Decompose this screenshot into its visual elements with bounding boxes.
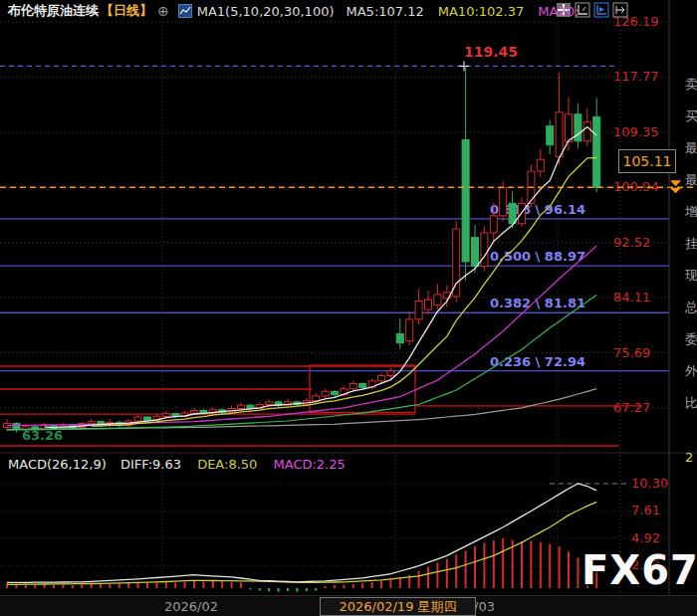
price-chart-svg[interactable]: 126.19117.77109.35100.9492.5284.1175.696… — [0, 0, 697, 616]
sidebar-quote-char: 外 — [685, 362, 697, 380]
period-label[interactable]: 【日线】 — [101, 2, 152, 20]
candle-body[interactable] — [509, 203, 516, 223]
price-axis-label: 75.69 — [613, 345, 650, 360]
candle-body[interactable] — [134, 417, 141, 421]
ma100-line — [7, 389, 596, 430]
ma20-value: MA20: — [538, 4, 579, 19]
candle-body[interactable] — [481, 233, 488, 267]
date-tooltip: 2026/02/19 星期四 — [320, 597, 476, 616]
sidebar-quote-char: 最 — [685, 139, 697, 157]
high-price-label: 119.45 — [464, 44, 518, 60]
candle-body[interactable] — [556, 112, 563, 157]
ma20-line — [7, 246, 596, 426]
candle-body[interactable] — [88, 422, 95, 424]
macd-axis-label: 10.30 — [631, 476, 668, 491]
candle-body[interactable] — [266, 402, 273, 405]
low-price-label: 63.26 — [22, 428, 63, 443]
sidebar-quote-char: 总 — [685, 299, 697, 316]
macd-axis-label: 4.92 — [631, 530, 660, 545]
ma10-value: MA10:102.37 — [438, 4, 525, 19]
macd-params: MACD(26,12,9) — [8, 457, 107, 472]
candle-body[interactable] — [462, 139, 469, 261]
time-label-feb: 2026/02 — [164, 599, 218, 614]
quote-sidebar: 卖买最最增挂现总委外比2 — [670, 0, 697, 616]
toolbar: 布伦特原油连续 【日线】 ⊕ MA1(5,10,20,30,100) MA5:1… — [0, 0, 697, 22]
sidebar-quote-char: 买 — [685, 107, 697, 125]
candle-body[interactable] — [322, 391, 329, 396]
price-axis-label: 109.35 — [613, 124, 659, 139]
dea-line — [7, 502, 596, 584]
sidebar-quote-char: 挂 — [685, 235, 697, 253]
ma10-line — [92, 158, 597, 427]
candle-body[interactable] — [349, 383, 356, 388]
candle-body[interactable] — [332, 391, 339, 394]
candle-body[interactable] — [453, 229, 460, 297]
candle-body[interactable] — [238, 405, 245, 408]
ma5-line — [45, 127, 597, 428]
candle-body[interactable] — [434, 295, 441, 306]
fib-label: 0.236 \ 72.94 — [490, 354, 585, 369]
macd-axis-label: 7.61 — [631, 503, 660, 517]
candle-body[interactable] — [378, 376, 385, 381]
candle-body[interactable] — [425, 300, 432, 309]
candle-body[interactable] — [144, 417, 151, 420]
macd-header: MACD(26,12,9) DIFF:9.63 DEA:8.50 MACD:2.… — [8, 457, 346, 472]
candle-body[interactable] — [191, 410, 198, 413]
macd-macd-value: MACD:2.25 — [274, 457, 346, 472]
sidebar-quote-char: 比 — [685, 394, 697, 412]
add-indicator-icon[interactable]: ⊕ — [157, 3, 169, 19]
macd-dea-value: DEA:8.50 — [197, 457, 257, 472]
candle-body[interactable] — [537, 159, 544, 171]
sidebar-quote-char: 最 — [685, 171, 697, 189]
candle-body[interactable] — [593, 116, 600, 187]
ma-legend-icon — [178, 4, 192, 18]
candle-body[interactable] — [406, 319, 413, 341]
symbol-title: 布伦特原油连续 — [8, 2, 99, 20]
sidebar-quote-char: 委 — [685, 330, 697, 348]
ma5-value: MA5:107.12 — [347, 4, 424, 19]
candle-body[interactable] — [415, 301, 422, 318]
ma-params-label: MA1(5,10,20,30,100) — [197, 4, 335, 19]
chart-app: 126.19117.77109.35100.9492.5284.1175.696… — [0, 0, 697, 616]
macd-diff-value: DIFF:9.63 — [120, 457, 181, 472]
price-axis-label: 84.11 — [613, 290, 650, 305]
time-axis: 2026/02 2026/03 2026/02/19 星期四 — [0, 595, 697, 616]
candle-body[interactable] — [13, 424, 20, 430]
candle-body[interactable] — [162, 414, 169, 417]
candle-body[interactable] — [490, 216, 497, 233]
candle-body[interactable] — [387, 371, 394, 376]
candle-body[interactable] — [566, 114, 573, 142]
price-axis-label: 92.52 — [613, 235, 650, 250]
candle-body[interactable] — [396, 333, 403, 342]
sidebar-quote-char: 现 — [685, 267, 697, 285]
last-price-box: 105.11 — [618, 149, 676, 173]
diff-line — [7, 484, 596, 583]
sidebar-quote-char: 卖 — [685, 76, 697, 94]
candle-body[interactable] — [359, 383, 366, 387]
candle-body[interactable] — [583, 122, 590, 141]
sidebar-quote-value: 2 — [685, 450, 693, 465]
candle-body[interactable] — [575, 114, 581, 141]
candle-body[interactable] — [547, 126, 554, 145]
candle-body[interactable] — [472, 238, 479, 267]
price-axis-label: 67.27 — [613, 400, 650, 415]
candle-body[interactable] — [500, 188, 507, 216]
watermark: FX678 — [581, 547, 697, 593]
sidebar-quote-char: 增 — [685, 203, 697, 221]
candle-body[interactable] — [313, 396, 320, 401]
